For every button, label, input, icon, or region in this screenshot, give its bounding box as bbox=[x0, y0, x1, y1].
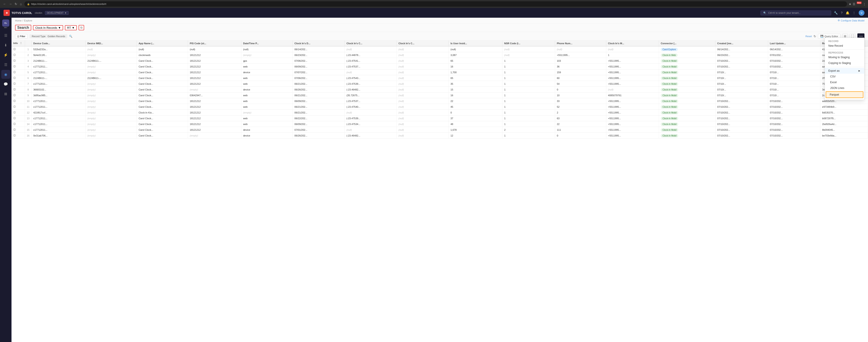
parquet-item[interactable]: Parquet bbox=[826, 91, 863, 98]
col-updated[interactable]: Last Update... bbox=[768, 40, 820, 46]
col-pis-code[interactable]: PIS Code (st... bbox=[188, 40, 241, 46]
filter-search-icon[interactable]: 🔍 bbox=[69, 35, 72, 38]
forward-button[interactable]: → bbox=[8, 2, 13, 6]
csv-item[interactable]: CSV bbox=[825, 74, 864, 79]
table-cell: 159 bbox=[555, 69, 606, 75]
user-avatar[interactable]: U bbox=[859, 10, 864, 16]
table-row[interactable]: ⓘ4c17712011...(empty)Carol Clock...18121… bbox=[11, 64, 868, 69]
table-row[interactable]: ⓘ11c17712011...(empty)Carol Clock...1812… bbox=[11, 104, 868, 110]
col-clockin-c1[interactable]: Clock In's C... bbox=[345, 40, 397, 46]
table-row[interactable]: ⓘ160e31ab706...(empty)Carol Clock...(emp… bbox=[11, 133, 868, 138]
table-cell: 07/10/202... bbox=[768, 110, 820, 115]
tools-icon[interactable]: 🔧 bbox=[834, 11, 838, 14]
table-cell: 07/01/202... bbox=[768, 52, 820, 58]
table-cell: 1 bbox=[502, 87, 555, 93]
reload-button[interactable]: ↻ bbox=[14, 2, 18, 6]
json-lines-item[interactable]: JSON Lines bbox=[825, 85, 864, 91]
table-row[interactable]: ⓘ62124B611-...2124B611-...Carol Clock...… bbox=[11, 75, 868, 81]
table-row[interactable]: ⓘ5c17712011...(empty)Carol Clock...18121… bbox=[11, 69, 868, 75]
moving-to-staging-item[interactable]: Moving to Staging bbox=[825, 55, 864, 60]
col-device-imei[interactable]: Device IMEI... bbox=[86, 40, 136, 46]
sidebar-item-grid2[interactable]: ⊠ bbox=[1, 90, 10, 98]
table-cell: 07/10/202... bbox=[768, 127, 820, 133]
table-cell: 5b4e011f0... bbox=[31, 52, 86, 58]
table-cell: (null) bbox=[397, 69, 448, 75]
table-cell: 07/10/202... bbox=[715, 133, 768, 138]
sidebar-item-explore[interactable]: ◉ bbox=[1, 70, 10, 79]
col-connector[interactable]: Connector [... bbox=[659, 40, 715, 46]
copying-to-staging-item[interactable]: Copying to Staging bbox=[825, 60, 864, 66]
grid-options-btn[interactable]: ⧉ bbox=[79, 25, 84, 30]
sidebar-item-lightning[interactable]: ⚡ bbox=[1, 50, 10, 59]
table-row[interactable]: ⓘ7c17712011...(empty)Carol Clock...18121… bbox=[11, 81, 868, 87]
col-app-name[interactable]: App Name (... bbox=[136, 40, 188, 46]
table-cell: Clock-In Mobil bbox=[659, 69, 715, 75]
back-button[interactable]: ← bbox=[2, 2, 7, 6]
sidebar-item-menu[interactable]: ☰ bbox=[1, 31, 10, 40]
filter-button[interactable]: ⌼ Filter bbox=[15, 34, 28, 38]
address-bar[interactable]: 🔒 https://clockin.carol.ai/clockin/carol… bbox=[24, 1, 847, 7]
table-row[interactable]: ⓘ25b4e011f0...(empty)clockinweb18121212(… bbox=[11, 52, 868, 58]
table-row[interactable]: ⓘ32124B611-...2124B611-...Carol Clock...… bbox=[11, 58, 868, 64]
table-cell: 07/06/202... bbox=[292, 58, 345, 64]
rt-dropdown[interactable]: RT ▼ bbox=[65, 25, 77, 30]
table-row[interactable]: ⓘ836683102...(empty)Carol Clock...(empty… bbox=[11, 87, 868, 93]
table-cell: web bbox=[241, 93, 292, 98]
configure-data-model-link[interactable]: ⚙ Configure Data Model bbox=[838, 19, 864, 22]
more-options-button[interactable]: ⋮ bbox=[863, 2, 866, 6]
col-device-code[interactable]: Device Code... bbox=[31, 40, 86, 46]
breadcrumb-home[interactable]: Home bbox=[15, 19, 22, 22]
help-icon[interactable]: ? bbox=[841, 11, 842, 14]
table-cell: 18121212 bbox=[188, 75, 241, 81]
table-row[interactable]: ⓘ14c17712011...(empty)Carol Clock...1812… bbox=[11, 121, 868, 127]
logo-text: TOTVS CAROL bbox=[11, 11, 32, 14]
export-as-item[interactable]: Export as ► bbox=[825, 68, 864, 74]
breadcrumb-explore[interactable]: Explore bbox=[24, 19, 32, 22]
col-datetime[interactable]: Date/Time P... bbox=[241, 40, 292, 46]
table-row[interactable]: ⓘ12421f817ccf...(empty)Clock-In Kio...18… bbox=[11, 110, 868, 115]
filter-label: Filter bbox=[20, 35, 25, 38]
col-clockin-m[interactable]: Clock In's M... bbox=[606, 40, 659, 46]
sidebar-avatar[interactable]: CL bbox=[2, 20, 9, 27]
new-record-item[interactable]: New Record bbox=[825, 43, 864, 49]
data-type-dropdown[interactable]: Clock In Records ▼ bbox=[33, 25, 63, 30]
col-is-user[interactable]: Is User Insid... bbox=[448, 40, 502, 46]
env-badge[interactable]: DEVELOPMENT ▼ bbox=[45, 11, 69, 15]
col-clockin-d[interactable]: Clock In's D... bbox=[292, 40, 345, 46]
table-row[interactable]: ⓘ10c17712011...(empty)Carol Clock...1812… bbox=[11, 98, 868, 104]
lock-icon: 🔒 bbox=[27, 3, 30, 5]
col-nsr[interactable]: NSR Code (l... bbox=[502, 40, 555, 46]
table-cell: 35 bbox=[448, 81, 502, 87]
table-cell: Clock-In Mobil bbox=[659, 87, 715, 93]
global-search[interactable]: 🔍 Ctrl+K to search your tenant... bbox=[761, 10, 831, 15]
sidebar-item-download[interactable]: ⬇ bbox=[1, 41, 10, 49]
bell-icon[interactable]: 🔔 bbox=[846, 11, 849, 14]
table-row[interactable]: ⓘ15c17712011...(empty)Carol Clock...1812… bbox=[11, 127, 868, 133]
col-created[interactable]: Created [me... bbox=[715, 40, 768, 46]
col-clockin-c2[interactable]: Clock In's C... bbox=[397, 40, 448, 46]
table-cell: 07/10/202... bbox=[715, 121, 768, 127]
table-cell: (empty) bbox=[86, 115, 136, 121]
excel-item[interactable]: Excel bbox=[825, 79, 864, 85]
table-cell: 52 bbox=[555, 104, 606, 110]
table-row[interactable]: ⓘ1532bd232a...(null)(null)(null)(null)06… bbox=[11, 46, 868, 52]
table-cell: 07/10/202... bbox=[768, 58, 820, 64]
table-cell: +5511995... bbox=[606, 58, 659, 64]
reset-button[interactable]: Reset bbox=[806, 35, 812, 38]
sidebar-item-chat[interactable]: 💬 bbox=[1, 80, 10, 89]
home-button[interactable]: ⌂ bbox=[19, 2, 23, 6]
extensions-button[interactable]: ☰ bbox=[853, 2, 856, 6]
table-cell: 3,087 bbox=[448, 52, 502, 58]
refresh-button[interactable]: ↻ bbox=[813, 35, 816, 38]
table-cell: 13 bbox=[25, 115, 31, 121]
table-cell: Carol Clock... bbox=[136, 104, 188, 110]
col-phone[interactable]: Phone Num... bbox=[555, 40, 606, 46]
table-row[interactable]: ⓘ93d95ac985...(empty)Carol Clock...03642… bbox=[11, 93, 868, 98]
table-cell: (-23.47539... bbox=[345, 115, 397, 121]
filter-bar: ⌼ Filter Record Type Golden Records 🔍 Re… bbox=[11, 32, 868, 40]
table-cell: 1 bbox=[502, 133, 555, 138]
sidebar-item-list[interactable]: ☰ bbox=[1, 60, 10, 69]
table-row[interactable]: ⓘ13c17712011...(empty)Carol Clock...1812… bbox=[11, 115, 868, 121]
grid-icon[interactable]: ⋮ bbox=[852, 11, 856, 14]
bookmark-button[interactable]: ★ bbox=[849, 2, 851, 6]
